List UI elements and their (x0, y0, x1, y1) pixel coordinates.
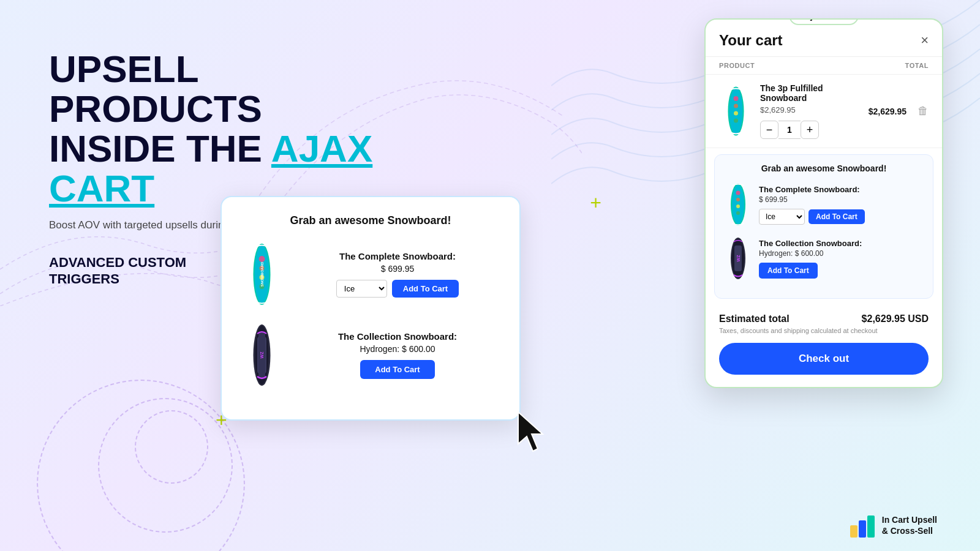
cart-upsell-title: Grab an awesome Snowboard! (723, 163, 924, 173)
svg-point-20 (736, 198, 740, 201)
cart-item-name: The 3p Fulfilled Snowboard (760, 83, 850, 103)
svg-point-13 (734, 96, 739, 101)
ajax-cart-header: Your cart × (706, 20, 942, 57)
estimated-total-label: Estimated total (719, 313, 790, 324)
cart-upsell-product-2-image: WZ (723, 236, 753, 281)
cart-upsell-product-2-name: The Collection Snowboard: (759, 239, 924, 248)
qty-increase-btn[interactable]: + (801, 121, 819, 139)
svg-point-16 (734, 119, 738, 123)
popup-product-1-image: SNOWBOARD (240, 241, 283, 308)
cart-upsell-product-1-controls: Ice Powder Add To Cart (759, 209, 924, 225)
popup-product-1-controls: Ice Powder Add To Cart (294, 280, 501, 298)
cart-item-delete-btn[interactable]: 🗑 (918, 105, 929, 118)
cart-upsell-product-1-add-btn[interactable]: Add To Cart (809, 209, 865, 224)
checkout-button[interactable]: Check out (719, 343, 929, 375)
ajax-cart-tab: Ajax Cart (789, 18, 859, 25)
cart-upsell-section: Grab an awesome Snowboard! The Complete … (714, 154, 933, 299)
cart-footer: Estimated total $2,629.95 USD Taxes, dis… (706, 305, 942, 387)
svg-point-14 (734, 104, 738, 108)
svg-rect-27 (850, 525, 858, 538)
popup-product-1-price: $ 699.95 (294, 264, 501, 274)
cart-item-details: The 3p Fulfilled Snowboard $2,629.95 − + (760, 83, 850, 139)
cart-upsell-product-2-variant-price: Hydrogen: $ 600.00 (759, 249, 924, 258)
popup-product-2-image: WZ (240, 321, 283, 389)
cart-upsell-product-1-info: The Complete Snowboard: $ 699.95 Ice Pow… (759, 185, 924, 225)
svg-point-22 (736, 211, 740, 215)
svg-text:WZ: WZ (259, 351, 263, 359)
headline-line1: UPSELL PRODUCTS (49, 49, 417, 129)
brand-text: In Cart Upsell & Cross-Sell (882, 514, 937, 536)
popup-product-2-name: The Collection Snowboard: (294, 331, 501, 342)
cursor-icon (513, 410, 550, 456)
cart-upsell-product-1-variant-select[interactable]: Ice Powder (759, 209, 805, 225)
popup-product-2-info: The Collection Snowboard: Hydrogen: $ 60… (294, 331, 501, 379)
svg-rect-29 (867, 515, 875, 538)
qty-input[interactable] (778, 121, 801, 139)
svg-point-21 (736, 204, 740, 208)
qty-decrease-btn[interactable]: − (760, 121, 778, 139)
popup-product-1-info: The Complete Snowboard: $ 699.95 Ice Pow… (294, 251, 501, 298)
cart-column-headers: PRODUCT TOTAL (706, 57, 942, 75)
svg-point-2 (258, 256, 265, 262)
ajax-cart-title: Your cart (719, 32, 783, 49)
ajax-cart-close-btn[interactable]: × (921, 34, 929, 47)
popup-product-2-row: WZ The Collection Snowboard: Hydrogen: $… (240, 321, 501, 389)
popup-product-1-variant-select[interactable]: Ice Powder (336, 280, 387, 298)
col-product: PRODUCT (719, 62, 755, 69)
cart-item-image (719, 85, 753, 137)
cart-upsell-product-1-image (723, 182, 753, 227)
cart-upsell-product-2-info: The Collection Snowboard: Hydrogen: $ 60… (759, 239, 924, 279)
qty-controls: − + (760, 121, 850, 139)
estimated-total-value: $2,629.95 USD (862, 313, 929, 324)
estimated-total-row: Estimated total $2,629.95 USD (719, 313, 929, 324)
col-total: TOTAL (905, 62, 929, 69)
main-headline: UPSELL PRODUCTS INSIDE THE AJAX CART (49, 49, 417, 208)
cart-upsell-product-1-name: The Complete Snowboard: (759, 185, 924, 194)
cart-upsell-product-1-price: $ 699.95 (759, 195, 924, 204)
ajax-cart-panel: Ajax Cart Your cart × PRODUCT TOTAL The … (704, 18, 943, 388)
popup-card: Grab an awesome Snowboard! SNOWBOARD The… (221, 196, 521, 421)
cart-item-total: $2,629.95 (858, 107, 907, 116)
popup-product-1-add-btn[interactable]: Add To Cart (392, 280, 459, 298)
svg-point-19 (736, 191, 741, 195)
headline-line2-before: INSIDE THE (49, 127, 271, 170)
brand-logo: In Cart Upsell & Cross-Sell (849, 512, 937, 539)
cart-upsell-product-2: WZ The Collection Snowboard: Hydrogen: $… (723, 236, 924, 281)
svg-text:SNOWBOARD: SNOWBOARD (260, 261, 263, 287)
tax-note: Taxes, discounts and shipping calculated… (719, 327, 929, 334)
cart-item-row: The 3p Fulfilled Snowboard $2,629.95 − +… (706, 75, 942, 148)
cart-item-price-sub: $2,629.95 (760, 105, 850, 114)
cart-upsell-product-2-add-btn[interactable]: Add To Cart (759, 263, 818, 279)
popup-product-2-variant-price: Hydrogen: $ 600.00 (294, 344, 501, 354)
popup-product-1-name: The Complete Snowboard: (294, 251, 501, 261)
svg-text:WZ: WZ (736, 255, 741, 262)
popup-product-1-row: SNOWBOARD The Complete Snowboard: $ 699.… (240, 241, 501, 308)
popup-card-title: Grab an awesome Snowboard! (240, 214, 501, 227)
plus-decoration-1: + (590, 193, 601, 212)
svg-point-15 (734, 111, 738, 116)
svg-rect-28 (859, 520, 866, 538)
cart-upsell-product-1: The Complete Snowboard: $ 699.95 Ice Pow… (723, 182, 924, 227)
popup-product-2-add-btn[interactable]: Add To Cart (360, 360, 434, 379)
